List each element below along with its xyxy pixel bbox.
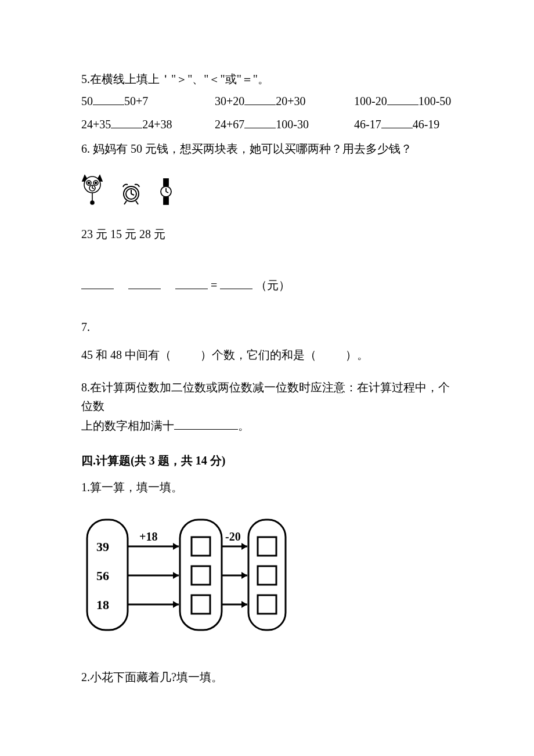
svg-marker-41 [241,572,247,579]
q6-equation: = （元） [81,276,459,294]
q8-line2-b: 。 [238,419,250,432]
q7-title: 7. [81,318,459,336]
q5-r1-e: 100-20 [354,95,387,107]
owl-clock-icon [81,173,103,211]
q5-r1-f: 100-50 [418,95,452,107]
q5-r2-c: 24+67 [215,118,244,131]
q5-r2-b: 24+38 [142,118,172,131]
svg-rect-19 [164,197,168,204]
section-4-title: 四.计算题(共 3 题，共 14 分) [81,451,459,470]
q5-row1: 5050+7 30+2020+30 100-20100-50 [81,92,459,110]
blank[interactable] [111,116,142,128]
q7-body-c: ）。 [345,348,369,361]
q5-r1-c1: 5050+7 [81,92,215,110]
q5-r2-e: 46-17 [354,118,381,131]
q6-title: 6. 妈妈有 50 元钱，想买两块表，她可以买哪两种？用去多少钱？ [81,139,459,158]
q5-r1-c3: 100-20100-50 [354,92,451,110]
wrist-watch-icon [159,178,173,211]
question-6: 6. 妈妈有 50 元钱，想买两块表，她可以买哪两种？用去多少钱？ [81,139,459,294]
blank[interactable] [175,277,208,289]
blank[interactable] [220,277,252,289]
svg-line-9 [92,188,94,189]
diag-in-0: 39 [96,539,109,554]
question-7: 7. 45 和 48 中间有（ ）个数，它们的和是（ ）。 [81,318,459,364]
blank[interactable] [81,277,114,289]
calc-diagram: 39 56 18 +18 -20 [81,514,459,641]
sec4-q2-title: 2.小花下面藏着几?填一填。 [81,668,459,686]
blank[interactable] [93,93,124,105]
worksheet-page: 5.在横线上填上＇"＞"、"＜"或"＝"。 5050+7 30+2020+30 … [0,0,534,756]
q5-r2-f: 46-19 [413,118,440,131]
q5-r1-d: 20+30 [276,95,305,107]
svg-marker-39 [241,543,247,550]
q5-r2-c3: 46-1746-19 [354,115,439,134]
diag-op2: -20 [225,530,241,543]
blank[interactable] [128,277,161,289]
svg-marker-37 [173,601,179,608]
blank[interactable] [244,116,276,128]
q7-body: 45 和 48 中间有（ ）个数，它们的和是（ ）。 [81,345,459,364]
q6-prices: 23 元 15 元 28 元 [81,225,459,243]
q5-r1-a: 50 [81,95,93,107]
svg-marker-35 [173,572,179,579]
q5-r1-c: 30+20 [215,95,244,107]
sec4-q2: 2.小花下面藏着几?填一填。 [81,668,459,686]
blank[interactable] [381,116,413,128]
q8-line2-a: 上的数字相加满十 [81,419,174,432]
alarm-clock-icon [120,180,143,211]
q5-r1-b: 50+7 [124,95,148,107]
svg-marker-33 [173,543,179,550]
q5-row2: 24+3524+38 24+67100-30 46-1746-19 [81,115,459,134]
q8-line1: 8.在计算两位数加二位数或两位数减一位数时应注意：在计算过程中，个位数 [81,378,459,415]
diag-in-2: 18 [96,597,109,612]
question-5: 5.在横线上填上＇"＞"、"＜"或"＝"。 5050+7 30+2020+30 … [81,70,459,134]
q7-body-a: 45 和 48 中间有（ [81,348,171,361]
blank[interactable] [387,93,418,105]
blank[interactable] [244,93,276,105]
diag-op1: +18 [139,530,157,543]
svg-line-17 [136,201,138,204]
q5-title: 5.在横线上填上＇"＞"、"＜"或"＝"。 [81,70,459,88]
svg-rect-18 [164,179,168,186]
svg-point-11 [91,201,94,204]
sec4-q1-title: 1.算一算，填一填。 [81,478,459,496]
svg-line-16 [124,201,127,204]
q5-r2-d: 100-30 [276,118,309,131]
q5-r2-a: 24+35 [81,118,111,131]
q6-icons-row [81,173,459,211]
blank[interactable] [174,417,238,430]
q8-line2: 上的数字相加满十。 [81,416,459,435]
svg-marker-43 [241,601,247,608]
q5-r2-c1: 24+3524+38 [81,115,215,134]
question-8: 8.在计算两位数加二位数或两位数减一位数时应注意：在计算过程中，个位数 上的数字… [81,378,459,435]
svg-point-2 [84,177,100,193]
q6-eq-tail: = [211,279,220,291]
diag-in-1: 56 [96,568,109,583]
q7-body-b: ）个数，它们的和是（ [200,348,316,361]
svg-point-6 [95,182,97,184]
q6-unit: （元） [255,279,290,291]
svg-point-5 [88,182,90,184]
q5-r2-c2: 24+67100-30 [215,115,354,134]
sec4-q1: 1.算一算，填一填。 [81,478,459,641]
q5-r1-c2: 30+2020+30 [215,92,354,110]
